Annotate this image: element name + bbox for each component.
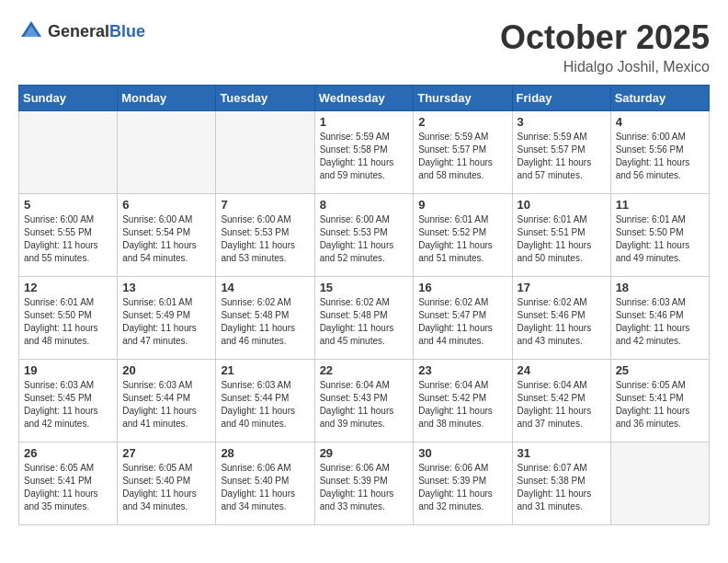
cell-info: Sunrise: 6:03 AMSunset: 5:44 PMDaylight:… [221,379,309,431]
logo: GeneralBlue [18,18,145,44]
cell-info: Sunrise: 5:59 AMSunset: 5:57 PMDaylight:… [518,131,606,182]
calendar-week-4: 19Sunrise: 6:03 AMSunset: 5:45 PMDayligh… [19,360,710,442]
calendar-week-2: 5Sunrise: 6:00 AMSunset: 5:55 PMDaylight… [19,194,710,277]
day-number: 18 [616,281,704,294]
logo-text-blue: Blue [109,22,145,40]
calendar-cell: 6Sunrise: 6:00 AMSunset: 5:54 PMDaylight… [118,194,216,277]
weekday-header-friday: Friday [512,86,610,111]
day-number: 23 [418,363,506,377]
cell-info: Sunrise: 6:04 AMSunset: 5:42 PMDaylight:… [518,379,606,431]
calendar-cell: 4Sunrise: 6:00 AMSunset: 5:56 PMDaylight… [610,111,709,194]
day-number: 24 [518,363,606,377]
day-number: 19 [24,363,112,377]
weekday-header-sunday: Sunday [19,86,118,111]
calendar-cell: 2Sunrise: 5:59 AMSunset: 5:57 PMDaylight… [414,111,512,194]
calendar-week-5: 26Sunrise: 6:05 AMSunset: 5:41 PMDayligh… [19,442,710,525]
calendar-cell [118,111,216,194]
day-number: 27 [122,446,210,460]
location: Hidalgo Joshil, Mexico [500,59,710,75]
cell-info: Sunrise: 6:05 AMSunset: 5:41 PMDaylight:… [616,379,704,431]
calendar-cell [19,111,118,194]
cell-info: Sunrise: 6:05 AMSunset: 5:40 PMDaylight:… [122,462,210,513]
logo-icon [18,18,44,44]
cell-info: Sunrise: 6:07 AMSunset: 5:38 PMDaylight:… [518,462,606,513]
cell-info: Sunrise: 6:01 AMSunset: 5:49 PMDaylight:… [122,296,210,348]
day-number: 6 [122,198,210,212]
day-number: 25 [616,363,704,377]
cell-info: Sunrise: 6:02 AMSunset: 5:48 PMDaylight:… [221,296,309,348]
calendar-cell: 22Sunrise: 6:04 AMSunset: 5:43 PMDayligh… [314,360,414,442]
cell-info: Sunrise: 6:06 AMSunset: 5:39 PMDaylight:… [320,462,409,513]
cell-info: Sunrise: 6:03 AMSunset: 5:46 PMDaylight:… [616,296,704,348]
day-number: 1 [320,115,409,129]
cell-info: Sunrise: 6:02 AMSunset: 5:46 PMDaylight:… [518,296,606,348]
calendar-cell: 14Sunrise: 6:02 AMSunset: 5:48 PMDayligh… [216,277,314,360]
calendar-cell: 30Sunrise: 6:06 AMSunset: 5:39 PMDayligh… [414,442,512,525]
day-number: 30 [418,446,506,460]
calendar-cell: 26Sunrise: 6:05 AMSunset: 5:41 PMDayligh… [19,442,118,525]
calendar-cell: 28Sunrise: 6:06 AMSunset: 5:40 PMDayligh… [216,442,314,525]
weekday-header-row: SundayMondayTuesdayWednesdayThursdayFrid… [19,86,710,111]
calendar-cell: 3Sunrise: 5:59 AMSunset: 5:57 PMDaylight… [512,111,610,194]
calendar-cell: 10Sunrise: 6:01 AMSunset: 5:51 PMDayligh… [512,194,610,277]
weekday-header-thursday: Thursday [414,86,512,111]
day-number: 14 [221,281,309,294]
calendar-cell: 31Sunrise: 6:07 AMSunset: 5:38 PMDayligh… [512,442,610,525]
cell-info: Sunrise: 6:03 AMSunset: 5:45 PMDaylight:… [24,379,112,431]
weekday-header-monday: Monday [118,86,216,111]
day-number: 17 [518,281,606,294]
day-number: 26 [24,446,112,460]
calendar-cell: 29Sunrise: 6:06 AMSunset: 5:39 PMDayligh… [314,442,414,525]
cell-info: Sunrise: 6:04 AMSunset: 5:42 PMDaylight:… [418,379,506,431]
calendar-cell: 16Sunrise: 6:02 AMSunset: 5:47 PMDayligh… [414,277,512,360]
calendar-cell [610,442,709,525]
calendar-table: SundayMondayTuesdayWednesdayThursdayFrid… [18,85,710,525]
calendar-week-1: 1Sunrise: 5:59 AMSunset: 5:58 PMDaylight… [19,111,710,194]
day-number: 29 [320,446,409,460]
cell-info: Sunrise: 6:06 AMSunset: 5:39 PMDaylight:… [418,462,506,513]
cell-info: Sunrise: 6:03 AMSunset: 5:44 PMDaylight:… [122,379,210,431]
day-number: 20 [122,363,210,377]
title-block: October 2025 Hidalgo Joshil, Mexico [500,18,710,75]
calendar-cell: 25Sunrise: 6:05 AMSunset: 5:41 PMDayligh… [610,360,709,442]
cell-info: Sunrise: 6:06 AMSunset: 5:40 PMDaylight:… [221,462,309,513]
cell-info: Sunrise: 6:02 AMSunset: 5:47 PMDaylight:… [418,296,506,348]
calendar-cell: 24Sunrise: 6:04 AMSunset: 5:42 PMDayligh… [512,360,610,442]
weekday-header-saturday: Saturday [610,86,709,111]
calendar-cell: 9Sunrise: 6:01 AMSunset: 5:52 PMDaylight… [414,194,512,277]
month-title: October 2025 [500,18,710,57]
weekday-header-tuesday: Tuesday [216,86,314,111]
day-number: 16 [418,281,506,294]
cell-info: Sunrise: 6:01 AMSunset: 5:52 PMDaylight:… [418,213,506,265]
calendar-week-3: 12Sunrise: 6:01 AMSunset: 5:50 PMDayligh… [19,277,710,360]
day-number: 3 [518,115,606,129]
day-number: 12 [24,281,112,294]
day-number: 21 [221,363,309,377]
cell-info: Sunrise: 5:59 AMSunset: 5:58 PMDaylight:… [320,131,409,182]
day-number: 5 [24,198,112,212]
day-number: 9 [418,198,506,212]
calendar-cell: 21Sunrise: 6:03 AMSunset: 5:44 PMDayligh… [216,360,314,442]
cell-info: Sunrise: 6:04 AMSunset: 5:43 PMDaylight:… [320,379,409,431]
day-number: 11 [616,198,704,212]
cell-info: Sunrise: 6:00 AMSunset: 5:53 PMDaylight:… [221,213,309,265]
calendar-cell: 11Sunrise: 6:01 AMSunset: 5:50 PMDayligh… [610,194,709,277]
calendar-cell: 8Sunrise: 6:00 AMSunset: 5:53 PMDaylight… [314,194,414,277]
cell-info: Sunrise: 6:02 AMSunset: 5:48 PMDaylight:… [320,296,409,348]
cell-info: Sunrise: 6:00 AMSunset: 5:55 PMDaylight:… [24,213,112,265]
day-number: 2 [418,115,506,129]
day-number: 28 [221,446,309,460]
calendar-cell: 23Sunrise: 6:04 AMSunset: 5:42 PMDayligh… [414,360,512,442]
cell-info: Sunrise: 6:05 AMSunset: 5:41 PMDaylight:… [24,462,112,513]
day-number: 8 [320,198,409,212]
logo-text-general: General [48,22,109,40]
day-number: 31 [518,446,606,460]
calendar-cell: 1Sunrise: 5:59 AMSunset: 5:58 PMDaylight… [314,111,414,194]
day-number: 22 [320,363,409,377]
calendar-cell: 18Sunrise: 6:03 AMSunset: 5:46 PMDayligh… [610,277,709,360]
day-number: 10 [518,198,606,212]
calendar-cell: 27Sunrise: 6:05 AMSunset: 5:40 PMDayligh… [118,442,216,525]
calendar-cell: 17Sunrise: 6:02 AMSunset: 5:46 PMDayligh… [512,277,610,360]
calendar-cell: 5Sunrise: 6:00 AMSunset: 5:55 PMDaylight… [19,194,118,277]
day-number: 13 [122,281,210,294]
